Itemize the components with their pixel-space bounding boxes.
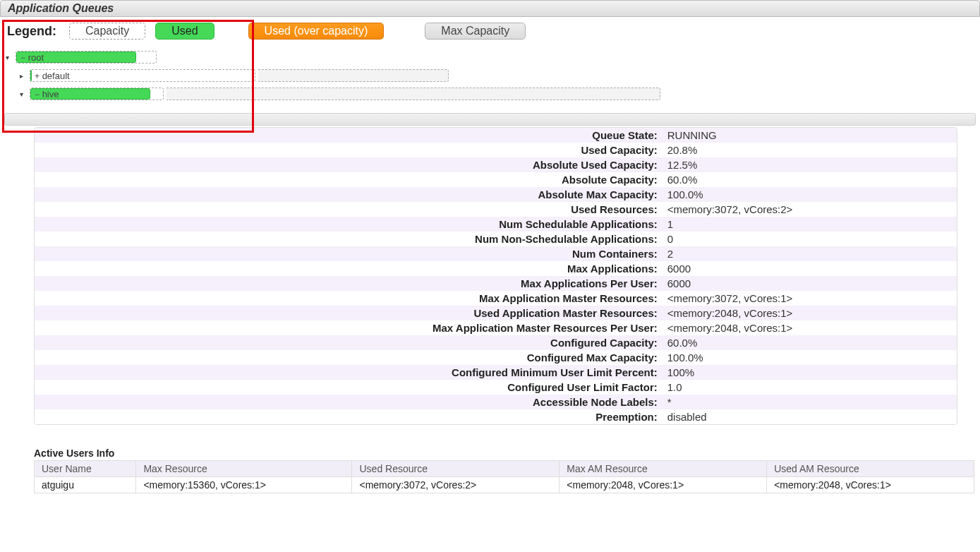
- legend-chip-capacity: Capacity: [69, 23, 145, 40]
- detail-row: Num Schedulable Applications:1: [35, 217, 957, 232]
- detail-value: <memory:3072, vCores:2>: [662, 202, 957, 217]
- caret-icon[interactable]: ▾: [6, 54, 13, 61]
- detail-value: 6000: [662, 261, 957, 276]
- detail-value: 60.0%: [662, 172, 957, 187]
- detail-value: 100%: [662, 365, 957, 380]
- users-col-header: User Name: [35, 461, 136, 477]
- minus-icon: −: [20, 53, 25, 63]
- queue-bar[interactable]: + default: [30, 69, 255, 82]
- detail-key: Absolute Max Capacity:: [35, 187, 662, 202]
- detail-value: 100.0%: [662, 187, 957, 202]
- users-col-header: Used AM Resource: [767, 461, 974, 477]
- active-users-table: User NameMax ResourceUsed ResourceMax AM…: [34, 460, 974, 493]
- queue-bar-max: [258, 69, 449, 82]
- detail-value: 0: [662, 232, 957, 246]
- detail-value: 1: [662, 217, 957, 232]
- users-cell: <memory:2048, vCores:1>: [559, 477, 767, 493]
- detail-key: Configured Minimum User Limit Percent:: [35, 365, 662, 380]
- users-cell: atguigu: [35, 477, 136, 493]
- detail-value: 60.0%: [662, 335, 957, 350]
- queue-bar[interactable]: − root: [16, 51, 157, 64]
- detail-value: 6000: [662, 276, 957, 291]
- queue-row-default[interactable]: ▸ + default: [6, 66, 976, 85]
- detail-row: Preemption:disabled: [35, 409, 957, 424]
- detail-value: <memory:2048, vCores:1>: [662, 306, 957, 320]
- detail-row: Max Applications:6000: [35, 261, 957, 276]
- queue-bar[interactable]: − hive: [30, 88, 164, 100]
- detail-key: Max Application Master Resources Per Use…: [35, 320, 662, 335]
- detail-row: Configured Capacity:60.0%: [35, 335, 957, 350]
- detail-row: Max Application Master Resources Per Use…: [35, 320, 957, 335]
- detail-value: 12.5%: [662, 157, 957, 172]
- panel-title: Application Queues: [0, 0, 980, 17]
- detail-row: Absolute Capacity:60.0%: [35, 172, 957, 187]
- queue-name: − hive: [35, 89, 59, 100]
- detail-row: Absolute Max Capacity:100.0%: [35, 187, 957, 202]
- detail-value: RUNNING: [662, 128, 957, 143]
- queue-details-table: Queue State:RUNNINGUsed Capacity:20.8%Ab…: [34, 127, 957, 425]
- detail-key: Num Schedulable Applications:: [35, 217, 662, 232]
- separator-bar: [4, 113, 976, 126]
- detail-value: 20.8%: [662, 143, 957, 157]
- detail-key: Absolute Used Capacity:: [35, 157, 662, 172]
- detail-value: 100.0%: [662, 350, 957, 365]
- detail-key: Max Applications:: [35, 261, 662, 276]
- detail-key: Max Applications Per User:: [35, 276, 662, 291]
- active-users-title: Active Users Info: [34, 448, 980, 459]
- caret-icon[interactable]: ▾: [20, 90, 27, 98]
- detail-value: 2: [662, 246, 957, 261]
- detail-row: Max Applications Per User:6000: [35, 276, 957, 291]
- caret-icon[interactable]: ▸: [20, 72, 27, 80]
- queue-row-hive[interactable]: ▾ − hive: [6, 85, 976, 103]
- users-row: atguigu<memory:15360, vCores:1><memory:3…: [35, 477, 974, 493]
- detail-row: Max Application Master Resources:<memory…: [35, 291, 957, 306]
- detail-row: Accessible Node Labels:*: [35, 395, 957, 409]
- detail-row: Queue State:RUNNING: [35, 128, 957, 143]
- detail-row: Used Resources:<memory:3072, vCores:2>: [35, 202, 957, 217]
- users-cell: <memory:2048, vCores:1>: [767, 477, 974, 493]
- detail-key: Accessible Node Labels:: [35, 395, 662, 409]
- detail-row: Configured Max Capacity:100.0%: [35, 350, 957, 365]
- detail-key: Max Application Master Resources:: [35, 291, 662, 306]
- plus-icon: +: [35, 71, 40, 81]
- detail-key: Queue State:: [35, 128, 662, 143]
- detail-key: Num Containers:: [35, 246, 662, 261]
- queue-tree: ▾ − root ▸ + default ▾: [0, 45, 980, 103]
- detail-value: <memory:3072, vCores:1>: [662, 291, 957, 306]
- detail-value: <memory:2048, vCores:1>: [662, 320, 957, 335]
- legend-chip-over: Used (over capacity): [248, 23, 385, 40]
- queue-name: + default: [35, 71, 70, 81]
- detail-key: Configured User Limit Factor:: [35, 380, 662, 395]
- detail-key: Used Capacity:: [35, 143, 662, 157]
- detail-key: Num Non-Schedulable Applications:: [35, 232, 662, 246]
- detail-value: 1.0: [662, 380, 957, 395]
- minus-icon: −: [35, 90, 40, 100]
- users-cell: <memory:3072, vCores:2>: [352, 477, 559, 493]
- detail-key: Configured Capacity:: [35, 335, 662, 350]
- detail-key: Absolute Capacity:: [35, 172, 662, 187]
- users-col-header: Max Resource: [136, 461, 352, 477]
- queue-row-root[interactable]: ▾ − root: [6, 48, 976, 66]
- detail-row: Num Containers:2: [35, 246, 957, 261]
- users-col-header: Used Resource: [352, 461, 559, 477]
- legend-chip-used: Used: [155, 23, 214, 40]
- detail-value: *: [662, 395, 957, 409]
- users-cell: <memory:15360, vCores:1>: [136, 477, 352, 493]
- detail-row: Absolute Used Capacity:12.5%: [35, 157, 957, 172]
- legend-row: Legend: Capacity Used Used (over capacit…: [0, 17, 980, 45]
- detail-key: Configured Max Capacity:: [35, 350, 662, 365]
- detail-row: Num Non-Schedulable Applications:0: [35, 232, 957, 246]
- users-col-header: Max AM Resource: [559, 461, 767, 477]
- legend-label: Legend:: [7, 24, 56, 39]
- detail-row: Configured Minimum User Limit Percent:10…: [35, 365, 957, 380]
- detail-key: Used Resources:: [35, 202, 662, 217]
- detail-key: Used Application Master Resources:: [35, 306, 662, 320]
- detail-value: disabled: [662, 409, 957, 424]
- queue-name: − root: [20, 52, 44, 63]
- detail-row: Used Capacity:20.8%: [35, 143, 957, 157]
- queue-bar-fill: [30, 70, 32, 81]
- detail-row: Used Application Master Resources:<memor…: [35, 306, 957, 320]
- queue-bar-max: [167, 88, 660, 100]
- legend-chip-max: Max Capacity: [425, 23, 526, 40]
- detail-key: Preemption:: [35, 409, 662, 424]
